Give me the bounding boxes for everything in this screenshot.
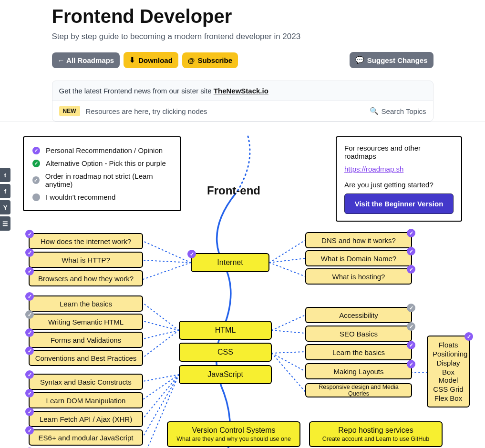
check-icon: ✓ [32,147,40,154]
node-domain[interactable]: ✓What is Domain Name? [305,250,412,266]
check-icon: ✓ [32,176,40,184]
all-roadmaps-button[interactable]: ← All Roadmaps [52,52,120,68]
node-semantic-html[interactable]: ✓Writing Semantic HTML [29,314,143,330]
search-icon: 🔍 [370,107,379,115]
comment-icon: 💬 [355,56,364,64]
node-fetch[interactable]: ✓Learn Fetch API / Ajax (XHR) [29,411,143,427]
search-topics[interactable]: 🔍 Search Topics [370,107,426,115]
download-button[interactable]: ⬇ Download [124,52,178,68]
subscribe-button[interactable]: @ Subscribe [182,52,238,68]
node-learn-basics-html[interactable]: ✓Learn the basics [29,295,143,312]
page-subtitle: Step by step guide to becoming a modern … [52,32,433,41]
at-icon: @ [188,56,195,64]
node-hosting[interactable]: ✓What is hosting? [305,268,412,285]
node-forms[interactable]: ✓Forms and Validations [29,332,143,348]
node-internet-work[interactable]: ✓How does the internet work? [29,233,143,249]
download-icon: ⬇ [129,56,135,64]
node-browsers[interactable]: ✓Browsers and how they work? [29,270,143,286]
node-dns[interactable]: ✓DNS and how it works? [305,232,412,248]
node-dom[interactable]: ✓Learn DOM Manipulation [29,392,143,408]
check-icon: ✓ [187,250,196,258]
node-html[interactable]: HTML [179,321,272,340]
node-conventions[interactable]: ✓Conventions and Best Practices [29,350,143,366]
dot-icon [32,193,40,201]
node-css[interactable]: CSS [179,343,272,362]
node-vcs[interactable]: Version Control Systems What are they an… [167,421,300,447]
node-layouts-list[interactable]: ✓ Floats Positioning Display Box Model C… [427,336,470,407]
suggest-changes-button[interactable]: 💬 Suggest Changes [350,52,433,68]
node-seo[interactable]: ✓SEO Basics [305,326,412,342]
legend-box: ✓Personal Recommendation / Opinion ✓Alte… [23,136,181,211]
roadmap-link[interactable]: https://roadmap.sh [344,165,454,173]
node-es6[interactable]: ✓ES6+ and modular JavaScript [29,429,143,446]
news-link[interactable]: TheNewStack.io [214,87,268,95]
node-responsive[interactable]: Responsive design and Media Queries [305,383,412,397]
beginner-version-button[interactable]: Visit the Beginner Version [344,193,454,214]
node-accessibility[interactable]: ✓Accessibility [305,307,412,323]
node-repo[interactable]: Repo hosting services Create account and… [309,421,443,447]
resources-box: For resources and other roadmaps https:/… [336,136,462,222]
node-http[interactable]: ✓What is HTTP? [29,252,143,268]
node-css-basics[interactable]: ✓Learn the basics [305,344,412,360]
node-syntax[interactable]: ✓Syntax and Basic Constructs [29,374,143,390]
node-layouts[interactable]: ✓Making Layouts [305,363,412,379]
resources-hint: Resources are here, try clicking nodes [86,107,207,115]
new-pill: NEW [59,106,80,116]
news-card: Get the latest Frontend news from our si… [52,81,433,122]
node-internet[interactable]: ✓ Internet [191,253,269,272]
page-title: Frontend Developer [52,6,433,27]
check-icon: ✓ [32,160,40,167]
roadmap-title: Front-end [207,184,260,197]
node-javascript[interactable]: JavaScript [179,365,272,384]
